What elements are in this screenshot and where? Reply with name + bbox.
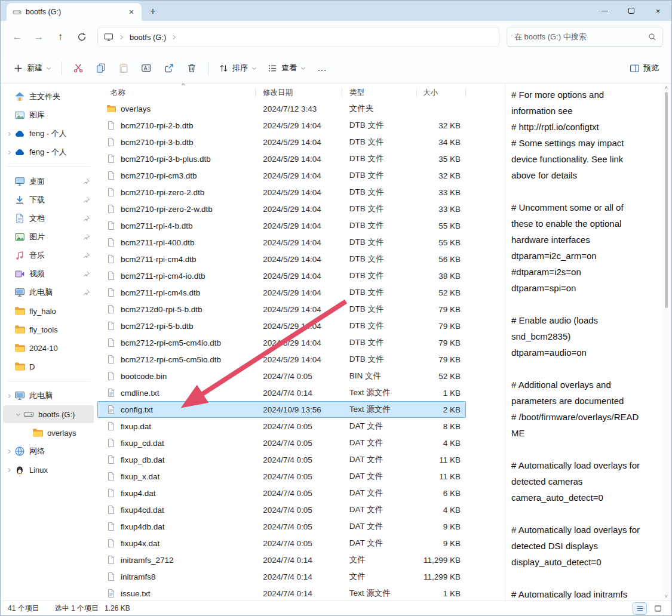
file-row[interactable]: bcm2710-rpi-zero-2-w.dtb 2024/5/29 14:04… <box>97 201 466 217</box>
sidebar-chevron-icon[interactable] <box>4 467 14 473</box>
sidebar-item[interactable]: 主文件夹 <box>3 88 94 106</box>
preview-toggle-button[interactable]: 预览 <box>624 58 664 78</box>
file-row[interactable]: bcm2710-rpi-cm3.dtb 2024/5/29 14:04 DTB … <box>97 167 466 184</box>
scroll-up-arrow-icon[interactable]: ˄ <box>661 85 671 91</box>
file-row[interactable]: bcm2711-rpi-4-b.dtb 2024/5/29 14:04 DTB … <box>97 217 466 234</box>
search-box[interactable]: 在 bootfs (G:) 中搜索 <box>507 27 663 47</box>
file-row[interactable]: fixup_db.dat 2024/7/4 0:05 DAT 文件 11 KB <box>97 451 466 468</box>
column-header-type[interactable]: 类型 <box>342 85 417 100</box>
file-row[interactable]: fixup_cd.dat 2024/7/4 0:05 DAT 文件 4 KB <box>97 435 466 451</box>
sidebar-item[interactable]: 此电脑 <box>3 284 94 301</box>
view-button[interactable]: 查看 <box>262 58 311 78</box>
chevron-right-icon[interactable] <box>171 35 177 40</box>
sidebar-item[interactable]: fly_halo <box>3 302 94 320</box>
sidebar-chevron-icon[interactable] <box>4 150 14 155</box>
sidebar-item[interactable]: 视频 <box>3 265 94 283</box>
sidebar-item[interactable]: 网络 <box>3 442 94 460</box>
file-row[interactable]: bcm2710-rpi-3-b-plus.dtb 2024/5/29 14:04… <box>97 150 466 167</box>
new-tab-button[interactable]: + <box>145 4 161 19</box>
file-row[interactable]: config.txt 2024/10/9 13:56 Text 源文件 2 KB <box>97 401 466 418</box>
sidebar-item[interactable]: 图库 <box>3 106 94 124</box>
sidebar-item[interactable]: feng - 个人 <box>3 143 94 161</box>
sidebar-item-icon <box>14 232 25 242</box>
file-type-icon <box>106 505 116 515</box>
preview-scrollbar[interactable]: ˄ ˅ <box>661 84 671 600</box>
details-view-button[interactable] <box>633 603 646 614</box>
sidebar-chevron-icon[interactable] <box>13 412 23 417</box>
file-date-modified: 2024/5/29 14:04 <box>256 355 342 364</box>
file-size: 9 KB <box>416 522 465 531</box>
file-type-icon <box>106 538 116 548</box>
file-row[interactable]: bcm2711-rpi-400.dtb 2024/5/29 14:04 DTB … <box>97 234 466 251</box>
tab-close-icon[interactable]: × <box>126 7 137 17</box>
file-row[interactable]: bcm2710-rpi-3-b.dtb 2024/5/29 14:04 DTB … <box>97 134 466 150</box>
paste-button[interactable] <box>112 58 135 78</box>
column-header-name[interactable]: 名称 <box>97 85 256 100</box>
file-row[interactable]: bcm2711-rpi-cm4-io.dtb 2024/5/29 14:04 D… <box>97 267 466 284</box>
file-row[interactable]: bcm2711-rpi-cm4s.dtb 2024/5/29 14:04 DTB… <box>97 284 466 301</box>
sidebar-chevron-icon[interactable] <box>4 449 14 454</box>
file-row[interactable]: fixup4x.dat 2024/7/4 0:05 DAT 文件 9 KB <box>97 535 466 552</box>
file-row[interactable]: bcm2711-rpi-cm4.dtb 2024/5/29 14:04 DTB … <box>97 251 466 267</box>
rename-button[interactable] <box>135 58 158 78</box>
sidebar-chevron-icon[interactable] <box>4 393 14 399</box>
sidebar-item[interactable]: 桌面 <box>3 173 94 190</box>
file-row[interactable]: bcm2712-rpi-cm5-cm4io.dtb 2024/5/29 14:0… <box>97 334 466 351</box>
chevron-right-icon[interactable] <box>119 35 124 40</box>
address-bar[interactable]: bootfs (G:) <box>97 27 499 47</box>
cut-button[interactable] <box>67 58 90 78</box>
sidebar-item[interactable]: 下载 <box>3 191 94 209</box>
sidebar-item[interactable]: 图片 <box>3 228 94 246</box>
scrollbar-thumb[interactable] <box>665 92 668 308</box>
file-row[interactable]: bootcode.bin 2024/7/4 0:05 BIN 文件 52 KB <box>97 368 466 384</box>
sidebar-item[interactable]: 2024-10 <box>3 339 94 357</box>
file-row[interactable]: bcm2710-rpi-zero-2.dtb 2024/5/29 14:04 D… <box>97 184 466 201</box>
file-row[interactable]: fixup4cd.dat 2024/7/4 0:05 DAT 文件 4 KB <box>97 501 466 518</box>
file-date-modified: 2024/5/29 14:04 <box>256 205 342 214</box>
file-row[interactable]: cmdline.txt 2024/7/4 0:14 Text 源文件 1 KB <box>97 384 466 401</box>
sidebar-separator <box>8 167 90 167</box>
sidebar-item[interactable]: fly_tools <box>3 321 94 338</box>
new-button[interactable]: 新建 <box>8 58 57 78</box>
sidebar-item[interactable]: bootfs (G:) <box>3 405 94 423</box>
more-options-button[interactable]: … <box>311 60 333 76</box>
file-row[interactable]: overlays 2024/7/12 3:43 文件夹 <box>97 100 466 117</box>
sort-button[interactable]: 排序 <box>213 58 262 78</box>
breadcrumb-location[interactable]: bootfs (G:) <box>130 33 166 42</box>
up-button[interactable]: ↑ <box>50 27 71 47</box>
back-button[interactable]: ← <box>7 27 28 47</box>
large-icons-view-button[interactable] <box>651 603 664 614</box>
scroll-down-arrow-icon[interactable]: ˅ <box>661 593 671 599</box>
maximize-button[interactable] <box>618 1 645 21</box>
delete-button[interactable] <box>180 58 203 78</box>
forward-button[interactable]: → <box>28 27 50 47</box>
share-button[interactable] <box>158 58 180 78</box>
column-header-date[interactable]: 修改日期 <box>256 85 342 100</box>
file-row[interactable]: fixup4db.dat 2024/7/4 0:05 DAT 文件 9 KB <box>97 518 466 535</box>
column-header-size[interactable]: 大小 <box>417 85 466 100</box>
file-row[interactable]: fixup_x.dat 2024/7/4 0:05 DAT 文件 11 KB <box>97 468 466 485</box>
sidebar-item[interactable]: Linux <box>3 461 94 479</box>
copy-button[interactable] <box>90 58 112 78</box>
file-row[interactable]: initramfs_2712 2024/7/4 0:14 文件 11,299 K… <box>97 552 466 568</box>
file-row[interactable]: bcm2712-rpi-5-b.dtb 2024/5/29 14:04 DTB … <box>97 318 466 334</box>
sidebar-item[interactable]: 此电脑 <box>3 387 94 405</box>
file-row[interactable]: fixup.dat 2024/7/4 0:05 DAT 文件 8 KB <box>97 418 466 435</box>
sidebar-item[interactable]: feng - 个人 <box>3 125 94 143</box>
close-button[interactable]: × <box>645 1 671 21</box>
sidebar-chevron-icon[interactable] <box>4 131 14 137</box>
file-row[interactable]: initramfs8 2024/7/4 0:14 文件 11,299 KB <box>97 568 466 585</box>
file-size: 38 KB <box>416 272 465 281</box>
file-row[interactable]: bcm2712d0-rpi-5-b.dtb 2024/5/29 14:04 DT… <box>97 301 466 318</box>
minimize-button[interactable] <box>591 1 618 21</box>
file-row[interactable]: fixup4.dat 2024/7/4 0:05 DAT 文件 6 KB <box>97 485 466 501</box>
sidebar-item[interactable]: D <box>3 358 94 375</box>
explorer-tab[interactable]: bootfs (G:) × <box>7 3 142 21</box>
sidebar-item[interactable]: 文档 <box>3 210 94 227</box>
file-row[interactable]: bcm2712-rpi-cm5-cm5io.dtb 2024/5/29 14:0… <box>97 351 466 368</box>
file-row[interactable]: issue.txt 2024/7/4 0:14 Text 源文件 1 KB <box>97 585 466 600</box>
sidebar-item[interactable]: overlays <box>3 424 94 442</box>
sidebar-item[interactable]: 音乐 <box>3 247 94 264</box>
file-row[interactable]: bcm2710-rpi-2-b.dtb 2024/5/29 14:04 DTB … <box>97 117 466 134</box>
refresh-button[interactable] <box>71 27 93 47</box>
